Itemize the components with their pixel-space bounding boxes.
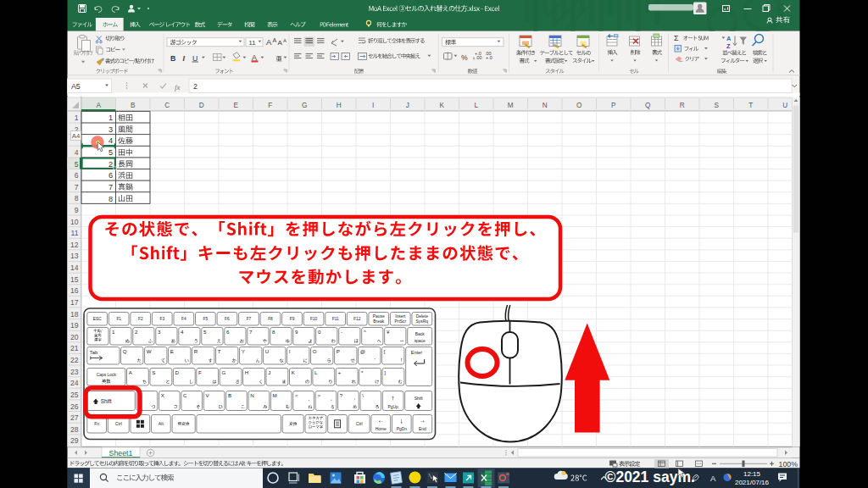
svg-text:7: 7 (108, 183, 113, 191)
svg-text:ESC: ESC (93, 317, 102, 321)
svg-text:+: + (338, 369, 342, 375)
svg-text:Enter: Enter (411, 350, 423, 355)
svg-text:7: 7 (249, 329, 253, 335)
svg-text:Back: Back (415, 332, 425, 336)
svg-text:9: 9 (295, 329, 298, 335)
svg-text:23: 23 (70, 368, 79, 376)
svg-text:27: 27 (70, 413, 79, 422)
svg-text:F3: F3 (159, 317, 164, 321)
svg-text:B: B (228, 392, 231, 398)
svg-text:2021/07/16: 2021/07/16 (735, 479, 770, 486)
svg-text:10: 10 (70, 218, 79, 226)
svg-text:G: G (302, 102, 307, 109)
svg-text:20: 20 (70, 333, 79, 341)
svg-text:Q: Q (123, 348, 127, 354)
svg-text:3: 3 (158, 329, 161, 335)
svg-text:T: T (748, 102, 753, 109)
svg-text:O: O (576, 102, 581, 109)
svg-text:5: 5 (75, 160, 79, 169)
svg-text:H: H (245, 369, 248, 375)
svg-text:12: 12 (70, 241, 79, 249)
svg-text:L: L (475, 102, 479, 109)
svg-text:13: 13 (70, 252, 79, 260)
svg-text:A: A (273, 37, 277, 43)
svg-text:7: 7 (75, 183, 79, 191)
svg-text:8: 8 (272, 329, 275, 335)
svg-text:14: 14 (70, 263, 79, 272)
svg-text:E: E (170, 348, 174, 354)
svg-text:PrtScr: PrtScr (395, 319, 407, 324)
svg-text:N: N (250, 392, 253, 398)
svg-text:11: 11 (249, 39, 256, 47)
svg-text:1: 1 (108, 114, 113, 122)
svg-text:F9: F9 (290, 317, 295, 321)
svg-text:B: B (131, 102, 136, 109)
svg-text:2: 2 (108, 160, 113, 169)
svg-text:F6: F6 (225, 317, 230, 321)
svg-text:18: 18 (70, 310, 79, 319)
svg-text:15: 15 (70, 275, 79, 284)
svg-text:F7: F7 (247, 317, 252, 321)
svg-text:21: 21 (70, 344, 79, 352)
svg-text:2: 2 (193, 82, 198, 91)
svg-text:Alt: Alt (159, 421, 164, 426)
svg-text:R: R (680, 102, 685, 109)
svg-text:F: F (198, 369, 202, 375)
svg-text:U: U (265, 348, 269, 354)
svg-text:space: space (415, 339, 426, 343)
svg-text:12:15: 12:15 (743, 470, 761, 478)
svg-text:6: 6 (75, 171, 79, 180)
svg-text:S: S (152, 369, 155, 375)
svg-text:Z: Z (726, 42, 731, 50)
svg-text:4: 4 (75, 148, 79, 157)
svg-text:F12: F12 (353, 317, 361, 321)
svg-text:17: 17 (70, 298, 79, 307)
svg-text:P: P (337, 348, 340, 354)
svg-text:E: E (233, 102, 238, 109)
svg-text:R: R (194, 348, 198, 354)
svg-text:End: End (419, 427, 426, 431)
svg-text:Sheet1: Sheet1 (109, 449, 133, 458)
svg-text:Σ: Σ (674, 34, 679, 42)
svg-text:8: 8 (75, 194, 79, 202)
svg-text:2: 2 (135, 329, 138, 335)
svg-text:F1: F1 (116, 317, 121, 321)
svg-text:H: H (337, 102, 342, 109)
svg-text:Insert: Insert (395, 314, 406, 319)
svg-text:Tab: Tab (90, 350, 97, 355)
svg-text:SysRq: SysRq (416, 319, 429, 324)
svg-text:D: D (175, 369, 180, 375)
svg-text:fx: fx (175, 83, 181, 92)
svg-text:F4: F4 (181, 317, 186, 321)
svg-text:Q: Q (645, 102, 650, 109)
svg-text:26: 26 (70, 402, 79, 411)
svg-text:100%: 100% (779, 460, 798, 469)
svg-text:Y: Y (242, 348, 245, 354)
svg-text:?: ? (340, 392, 343, 398)
svg-text:F8: F8 (268, 317, 273, 321)
svg-text:24: 24 (70, 379, 79, 387)
svg-text:C: C (164, 102, 170, 109)
svg-text:16: 16 (70, 286, 79, 295)
svg-text:Shift: Shift (415, 396, 424, 401)
svg-text:PgUp: PgUp (387, 405, 398, 409)
svg-text:^: ^ (364, 329, 366, 335)
svg-text:Fn: Fn (94, 421, 99, 426)
svg-text:Ctrl: Ctrl (356, 421, 363, 426)
svg-text:N: N (542, 102, 548, 109)
svg-text:M: M (508, 102, 514, 109)
svg-text:Home: Home (376, 427, 387, 431)
svg-text:A: A (710, 474, 716, 483)
svg-text:B: B (170, 54, 175, 63)
svg-text:A: A (266, 37, 272, 47)
svg-text:F: F (268, 102, 272, 109)
svg-text:O: O (313, 348, 317, 354)
svg-text:\: \ (362, 392, 364, 398)
svg-text:Shift: Shift (101, 398, 112, 404)
svg-text:T: T (218, 348, 221, 354)
svg-text:1: 1 (112, 329, 115, 335)
svg-text:22: 22 (70, 356, 79, 364)
svg-text:U: U (192, 54, 198, 63)
svg-text:4: 4 (181, 329, 184, 335)
svg-text:6: 6 (108, 171, 113, 180)
